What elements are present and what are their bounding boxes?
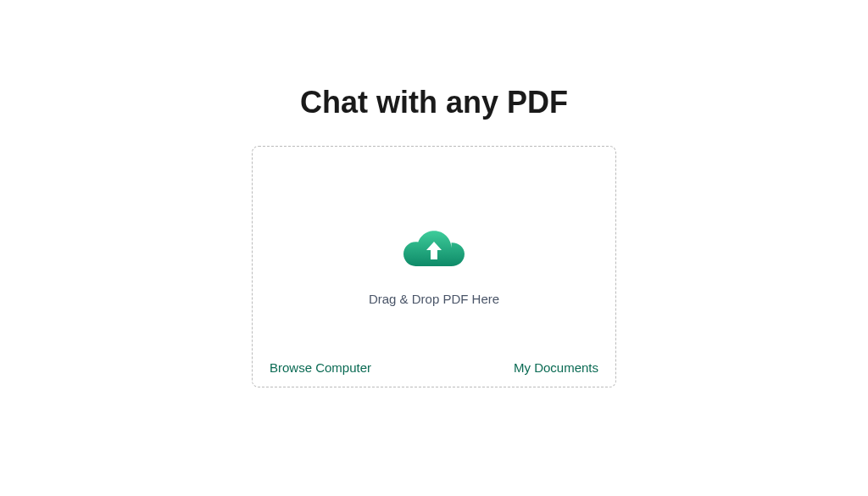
upload-dropzone[interactable]: Drag & Drop PDF Here Browse Computer My … [252,146,616,387]
my-documents-link[interactable]: My Documents [514,360,598,375]
dropzone-click-area[interactable]: Drag & Drop PDF Here [253,147,615,387]
dropzone-hint-text: Drag & Drop PDF Here [369,292,499,306]
dropzone-footer: Browse Computer My Documents [253,360,615,375]
browse-computer-link[interactable]: Browse Computer [270,360,371,375]
cloud-upload-icon [403,227,465,271]
page-title: Chat with any PDF [300,85,568,120]
